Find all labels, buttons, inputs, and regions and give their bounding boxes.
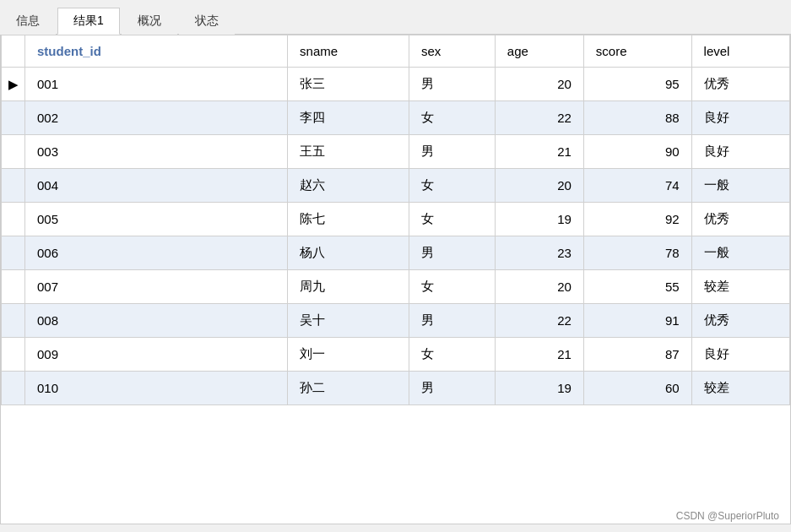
cell-score: 87 (583, 338, 691, 372)
table-row: 003王五男2190良好 (2, 135, 790, 169)
cell-sex: 男 (409, 304, 496, 338)
cell-level: 优秀 (691, 203, 789, 236)
cell-level: 优秀 (691, 68, 789, 101)
table-wrapper: student_idsnamesexagescorelevel ▶001张三男2… (1, 35, 790, 405)
tab-status[interactable]: 状态 (179, 8, 235, 35)
cell-sname: 王五 (288, 135, 409, 169)
cell-student_id: 007 (25, 270, 288, 304)
cell-score: 55 (583, 270, 691, 304)
cell-sex: 女 (409, 101, 496, 135)
table-row: 005陈七女1992优秀 (2, 203, 790, 236)
cell-sname: 杨八 (288, 236, 409, 270)
cell-sex: 女 (409, 203, 496, 236)
row-indicator (2, 236, 25, 270)
cell-age: 20 (495, 68, 583, 101)
cell-sex: 女 (409, 338, 496, 372)
cell-age: 19 (495, 203, 583, 236)
cell-score: 95 (583, 68, 691, 101)
col-header-age: age (495, 35, 583, 68)
tab-result1[interactable]: 结果1 (57, 8, 120, 35)
cell-score: 60 (583, 372, 691, 405)
row-indicator (2, 135, 25, 169)
tab-bar: 信息结果1概况状态 (0, 0, 791, 35)
col-header-level: level (691, 35, 789, 68)
cell-score: 92 (583, 203, 691, 236)
cell-sex: 男 (409, 372, 496, 405)
row-indicator (2, 338, 25, 372)
cell-sname: 吴十 (288, 304, 409, 338)
tab-info[interactable]: 信息 (0, 8, 56, 35)
cell-score: 74 (583, 169, 691, 203)
cell-sname: 周九 (288, 270, 409, 304)
cell-student_id: 001 (25, 68, 288, 101)
cell-sex: 男 (409, 135, 496, 169)
cell-student_id: 010 (25, 372, 288, 405)
cell-student_id: 009 (25, 338, 288, 372)
row-indicator (2, 304, 25, 338)
cell-level: 良好 (691, 101, 789, 135)
cell-level: 优秀 (691, 304, 789, 338)
cell-sname: 孙二 (288, 372, 409, 405)
cell-student_id: 002 (25, 101, 288, 135)
cell-score: 88 (583, 101, 691, 135)
cell-sex: 女 (409, 169, 496, 203)
col-header-score: score (583, 35, 691, 68)
cell-score: 91 (583, 304, 691, 338)
cell-age: 20 (495, 270, 583, 304)
tab-overview[interactable]: 概况 (122, 8, 177, 35)
table-row: 004赵六女2074一般 (2, 169, 790, 203)
row-indicator-header (2, 35, 25, 68)
cell-sex: 男 (409, 236, 496, 270)
cell-sname: 赵六 (288, 169, 409, 203)
table-row: 010孙二男1960较差 (2, 372, 790, 405)
cell-level: 较差 (691, 372, 789, 405)
cell-score: 78 (583, 236, 691, 270)
cell-age: 22 (495, 101, 583, 135)
cell-sex: 女 (409, 270, 496, 304)
cell-level: 一般 (691, 236, 789, 270)
cell-level: 较差 (691, 270, 789, 304)
data-table: student_idsnamesexagescorelevel ▶001张三男2… (1, 35, 790, 405)
row-indicator (2, 270, 25, 304)
col-header-sex: sex (409, 35, 496, 68)
cell-age: 22 (495, 304, 583, 338)
row-indicator (2, 101, 25, 135)
cell-student_id: 005 (25, 203, 288, 236)
cell-sname: 李四 (288, 101, 409, 135)
row-indicator: ▶ (2, 68, 25, 101)
table-row: 009刘一女2187良好 (2, 338, 790, 372)
table-row: 002李四女2288良好 (2, 101, 790, 135)
cell-sname: 刘一 (288, 338, 409, 372)
cell-student_id: 003 (25, 135, 288, 169)
col-header-student_id: student_id (25, 35, 288, 68)
content-area: student_idsnamesexagescorelevel ▶001张三男2… (0, 35, 791, 524)
cell-student_id: 006 (25, 236, 288, 270)
cell-age: 20 (495, 169, 583, 203)
cell-sex: 男 (409, 68, 496, 101)
col-header-sname: sname (288, 35, 409, 68)
row-indicator (2, 203, 25, 236)
cell-student_id: 008 (25, 304, 288, 338)
cell-level: 良好 (691, 338, 789, 372)
cell-sname: 陈七 (288, 203, 409, 236)
table-row: 007周九女2055较差 (2, 270, 790, 304)
cell-level: 良好 (691, 135, 789, 169)
table-row: 006杨八男2378一般 (2, 236, 790, 270)
row-indicator (2, 169, 25, 203)
cell-age: 19 (495, 372, 583, 405)
cell-level: 一般 (691, 169, 789, 203)
cell-age: 21 (495, 338, 583, 372)
cell-score: 90 (583, 135, 691, 169)
watermark: CSDN @SuperiorPluto (676, 510, 779, 522)
cell-age: 23 (495, 236, 583, 270)
cell-student_id: 004 (25, 169, 288, 203)
app-container: 信息结果1概况状态 student_idsnamesexagescoreleve… (0, 0, 791, 532)
cell-age: 21 (495, 135, 583, 169)
cell-sname: 张三 (288, 68, 409, 101)
table-row: ▶001张三男2095优秀 (2, 68, 790, 101)
table-row: 008吴十男2291优秀 (2, 304, 790, 338)
row-indicator (2, 372, 25, 405)
